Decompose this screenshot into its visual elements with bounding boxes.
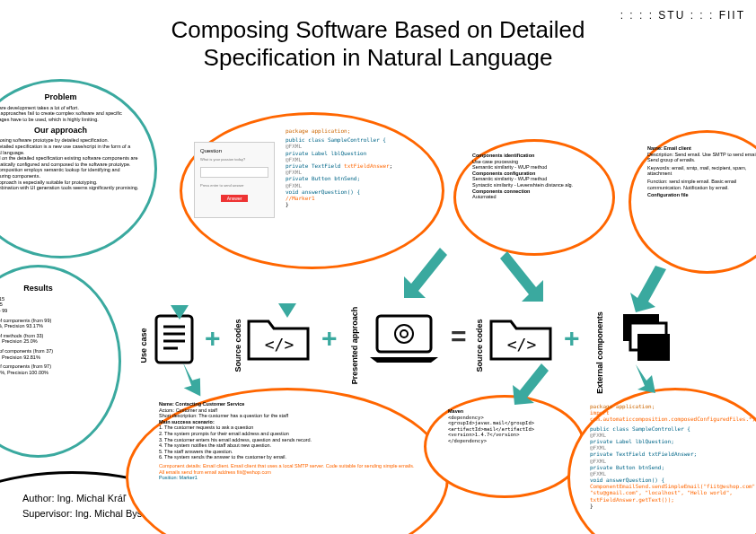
results-ellipse: Results Workbench – 15 Use cases – 45 Co… bbox=[0, 265, 121, 458]
logo: : : : : STU : : : FIIT bbox=[620, 9, 745, 23]
approach-heading: Our approach bbox=[0, 126, 144, 136]
pa-label: Presented approach bbox=[350, 307, 359, 385]
code2-ellipse: package application; import com.automati… bbox=[567, 388, 756, 534]
svg-text:</>: </> bbox=[265, 335, 294, 354]
arrow-icon bbox=[629, 266, 673, 320]
problem-list: Software development takes a lot of effo… bbox=[0, 105, 144, 123]
usecase-ellipse: Name: Contacting Customer Service Actors… bbox=[126, 388, 449, 534]
svg-rect-12 bbox=[637, 334, 670, 361]
boxes-icon bbox=[618, 312, 672, 368]
svg-rect-0 bbox=[156, 316, 192, 363]
usecase-label: Use case bbox=[139, 328, 148, 363]
src2-label: Source codes bbox=[475, 319, 484, 372]
folder-code-icon: </> bbox=[247, 312, 312, 366]
svg-text:</>: </> bbox=[507, 335, 537, 354]
document-icon bbox=[154, 314, 198, 368]
compid-ellipse: Components identification Use case proce… bbox=[453, 139, 615, 256]
maven-ellipse: Maven <dependency> <groupId>javax.mail</… bbox=[424, 395, 585, 498]
plus-icon: + bbox=[321, 323, 338, 354]
svg-rect-6 bbox=[377, 316, 431, 352]
laptop-gear-icon bbox=[368, 312, 440, 368]
approach-list: Composing software prototype by detailed… bbox=[0, 137, 144, 190]
arrow-icon bbox=[498, 251, 552, 314]
equals-icon: = bbox=[451, 321, 467, 352]
problem-ellipse: Problem Software development takes a lot… bbox=[0, 79, 157, 258]
problem-heading: Problem bbox=[0, 92, 144, 102]
folder-code-icon: </> bbox=[489, 312, 554, 366]
ext-label: External components bbox=[595, 311, 604, 394]
results-heading: Results bbox=[0, 284, 108, 293]
dialog-preview: Question What is your passion today? Pre… bbox=[194, 142, 275, 218]
plus-icon: + bbox=[205, 323, 221, 354]
src-label: Source codes bbox=[233, 319, 242, 372]
page-title: Composing Software Based on Detailed Spe… bbox=[127, 16, 629, 72]
component-ellipse: Name: Email client Description: Send ema… bbox=[629, 130, 756, 274]
plus-icon: + bbox=[564, 323, 580, 354]
